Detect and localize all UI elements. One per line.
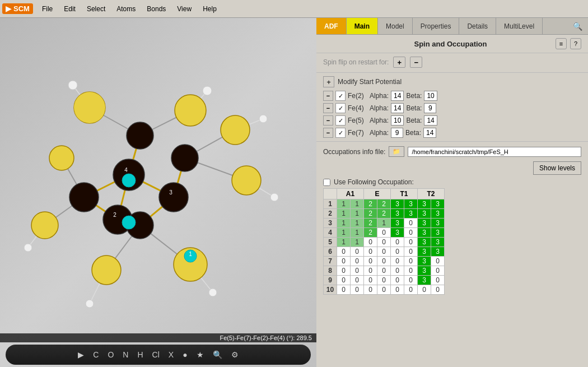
dot-tool[interactable]: ●: [180, 349, 189, 360]
occ-cell[interactable]: 3: [404, 199, 418, 209]
occ-cell[interactable]: 1: [337, 238, 351, 247]
fe-alpha-value[interactable]: 9: [391, 128, 403, 138]
occ-cell[interactable]: 0: [391, 257, 404, 266]
occ-cell[interactable]: 0: [364, 266, 377, 276]
nitrogen-tool[interactable]: N: [120, 349, 130, 360]
search-tool[interactable]: 🔍: [211, 349, 225, 360]
occ-cell[interactable]: 0: [351, 247, 364, 257]
occ-cell[interactable]: 0: [364, 276, 377, 285]
occ-cell[interactable]: 0: [337, 285, 351, 295]
occ-cell[interactable]: 0: [404, 285, 418, 295]
menu-edit[interactable]: Edit: [62, 4, 78, 14]
occ-cell[interactable]: 2: [364, 199, 377, 209]
occ-cell[interactable]: 0: [431, 266, 445, 276]
occ-cell[interactable]: 0: [404, 266, 418, 276]
tab-details[interactable]: Details: [459, 18, 496, 34]
occ-cell[interactable]: 0: [377, 238, 391, 247]
modify-add-btn[interactable]: +: [323, 76, 334, 87]
occ-cell[interactable]: 1: [337, 199, 351, 209]
occ-cell[interactable]: 1: [351, 238, 364, 247]
fe-remove-btn[interactable]: −: [323, 115, 333, 126]
occ-cell[interactable]: 3: [431, 199, 445, 209]
spin-flip-remove-btn[interactable]: −: [410, 57, 422, 68]
cursor-tool[interactable]: ▶: [76, 349, 86, 360]
menu-help[interactable]: Help: [200, 4, 219, 14]
occ-cell[interactable]: 0: [337, 257, 351, 266]
fe-remove-btn[interactable]: −: [323, 128, 333, 138]
occ-cell[interactable]: 0: [351, 257, 364, 266]
menu-file[interactable]: File: [40, 4, 55, 14]
occ-cell[interactable]: 2: [364, 219, 377, 228]
occ-cell[interactable]: 0: [377, 266, 391, 276]
occ-cell[interactable]: 1: [351, 228, 364, 238]
occ-cell[interactable]: 0: [431, 285, 445, 295]
carbon-tool[interactable]: C: [91, 349, 101, 360]
occ-cell[interactable]: 0: [377, 257, 391, 266]
occ-cell[interactable]: 1: [337, 209, 351, 219]
tab-adf[interactable]: ADF: [316, 18, 347, 34]
occ-cell[interactable]: 3: [431, 209, 445, 219]
file-browse-btn[interactable]: 📁: [389, 146, 404, 157]
tab-properties[interactable]: Properties: [413, 18, 460, 34]
oxygen-tool[interactable]: O: [105, 349, 116, 360]
search-icon[interactable]: 🔍: [567, 19, 588, 34]
occ-cell[interactable]: 3: [418, 219, 431, 228]
occ-cell[interactable]: 0: [364, 247, 377, 257]
occ-cell[interactable]: 3: [418, 238, 431, 247]
tab-model[interactable]: Model: [378, 18, 413, 34]
occ-cell[interactable]: 1: [351, 199, 364, 209]
tab-main[interactable]: Main: [347, 18, 378, 34]
menu-atoms[interactable]: Atoms: [114, 4, 138, 14]
occ-cell[interactable]: 0: [418, 285, 431, 295]
occ-cell[interactable]: 3: [431, 228, 445, 238]
occ-cell[interactable]: 3: [391, 219, 404, 228]
menu-view[interactable]: View: [175, 4, 194, 14]
fe-check[interactable]: ✓: [335, 91, 346, 101]
show-levels-btn[interactable]: Show levels: [533, 161, 581, 175]
occ-cell[interactable]: 0: [377, 276, 391, 285]
occ-cell[interactable]: 0: [404, 219, 418, 228]
occ-cell[interactable]: 2: [377, 199, 391, 209]
occ-cell[interactable]: 0: [391, 238, 404, 247]
occ-cell[interactable]: 0: [337, 276, 351, 285]
occ-cell[interactable]: 0: [337, 247, 351, 257]
settings-tool[interactable]: ⚙: [229, 349, 241, 360]
occ-cell[interactable]: 1: [337, 228, 351, 238]
occ-cell[interactable]: 3: [431, 238, 445, 247]
occ-cell[interactable]: 0: [404, 257, 418, 266]
menu-select[interactable]: Select: [85, 4, 108, 14]
occ-cell[interactable]: 3: [391, 209, 404, 219]
fe-alpha-value[interactable]: 14: [391, 103, 404, 113]
fe-beta-value[interactable]: 14: [424, 115, 437, 126]
occ-cell[interactable]: 0: [404, 247, 418, 257]
occ-cell[interactable]: 3: [418, 228, 431, 238]
info-icon-btn[interactable]: ≡: [556, 38, 567, 49]
occ-cell[interactable]: 0: [391, 247, 404, 257]
occ-cell[interactable]: 3: [418, 266, 431, 276]
fe-check[interactable]: ✓: [335, 115, 346, 126]
occ-cell[interactable]: 0: [351, 285, 364, 295]
tab-multilevel[interactable]: MultiLevel: [496, 18, 543, 34]
occ-cell[interactable]: 2: [364, 209, 377, 219]
occ-cell[interactable]: 1: [351, 219, 364, 228]
occ-cell[interactable]: 0: [351, 276, 364, 285]
occ-cell[interactable]: 3: [418, 257, 431, 266]
hydrogen-tool[interactable]: H: [135, 349, 145, 360]
occ-cell[interactable]: 0: [364, 257, 377, 266]
use-occ-checkbox[interactable]: [323, 179, 330, 186]
occ-cell[interactable]: 0: [404, 238, 418, 247]
occ-cell[interactable]: 3: [391, 199, 404, 209]
fe-check[interactable]: ✓: [335, 128, 346, 138]
occ-cell[interactable]: 0: [351, 266, 364, 276]
occ-cell[interactable]: 2: [377, 209, 391, 219]
occ-cell[interactable]: 0: [364, 238, 377, 247]
file-path[interactable]: /home/franchini/scratch/tmp/FeS_H: [408, 147, 581, 157]
fe-alpha-value[interactable]: 14: [391, 91, 404, 101]
spin-flip-add-btn[interactable]: +: [393, 57, 405, 68]
occ-cell[interactable]: 0: [337, 266, 351, 276]
fe-beta-value[interactable]: 14: [423, 128, 436, 138]
occ-cell[interactable]: 3: [418, 276, 431, 285]
star-tool[interactable]: ★: [194, 349, 206, 360]
occ-cell[interactable]: 1: [351, 209, 364, 219]
occ-cell[interactable]: 1: [337, 219, 351, 228]
